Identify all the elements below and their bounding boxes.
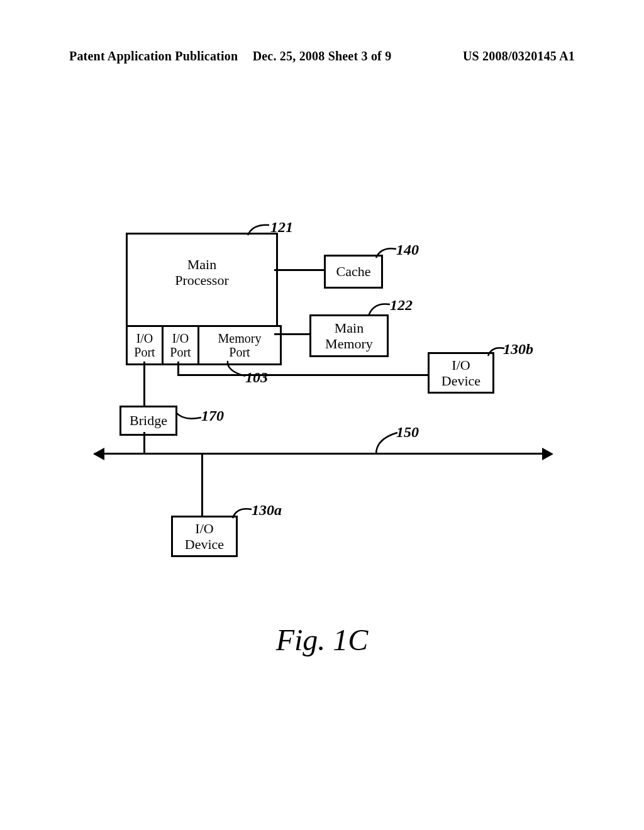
wire-ioport2-down <box>177 362 179 375</box>
callout-103: 103 <box>245 369 268 386</box>
callout-122: 122 <box>390 297 413 314</box>
bus-arrow-left-icon <box>93 448 104 460</box>
label-main-processor: Main Processor <box>128 257 276 289</box>
figure-caption: Fig. 1C <box>276 622 369 657</box>
leader-170 <box>175 410 203 423</box>
wire-bus-iodeva <box>201 453 203 516</box>
callout-170: 170 <box>201 407 224 424</box>
wire-ioport1-bridge <box>143 362 145 407</box>
header-left: Patent Application Publication <box>69 49 238 64</box>
block-cache: Cache <box>324 255 383 289</box>
callout-130a: 130a <box>252 502 282 519</box>
block-io-port-2: I/O Port <box>162 325 197 365</box>
leader-150 <box>374 431 399 455</box>
block-io-device-b: I/O Device <box>428 352 494 394</box>
block-bridge: Bridge <box>119 406 177 436</box>
callout-140: 140 <box>396 241 419 258</box>
leader-121 <box>247 221 272 236</box>
wire-bridge-bus <box>143 432 145 454</box>
diagram: Main Processor I/O Port I/O Port Memory … <box>101 220 541 572</box>
block-io-device-a: I/O Device <box>171 516 238 557</box>
block-main-memory: Main Memory <box>309 314 389 357</box>
block-io-port-1: I/O Port <box>126 325 162 365</box>
system-bus <box>94 453 547 455</box>
leader-130a <box>231 506 253 519</box>
wire-proc-cache <box>274 269 325 271</box>
wire-ioport2-iodevb <box>177 374 429 376</box>
wire-memport-mainmem <box>274 333 311 335</box>
callout-150: 150 <box>396 424 419 441</box>
bus-arrow-right-icon <box>542 448 553 460</box>
leader-103 <box>225 360 247 379</box>
header-right: US 2008/0320145 A1 <box>463 49 575 64</box>
callout-130b: 130b <box>503 341 533 358</box>
leader-140 <box>375 245 397 259</box>
processor-port-row: I/O Port I/O Port Memory Port <box>126 325 278 365</box>
callout-121: 121 <box>270 219 293 236</box>
block-main-processor: Main Processor I/O Port I/O Port Memory … <box>126 233 278 365</box>
header-center: Dec. 25, 2008 Sheet 3 of 9 <box>253 49 392 64</box>
leader-130b <box>487 345 506 357</box>
leader-122 <box>367 301 391 317</box>
